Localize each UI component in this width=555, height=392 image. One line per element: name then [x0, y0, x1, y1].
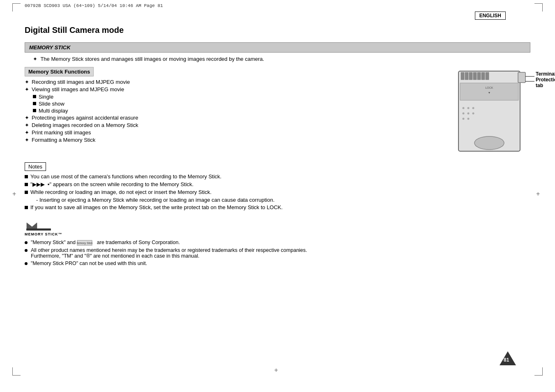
- trademark-text-1: "Memory Stick" and Memory Stick are trad…: [31, 240, 180, 246]
- marker-5: ✦: [25, 129, 29, 136]
- intro-text: ✦ The Memory Stick stores and manages st…: [33, 56, 530, 62]
- section-header: MEMORY STICK: [25, 42, 530, 53]
- note-bullet-1: [25, 175, 28, 178]
- page-title: Digital Still Camera mode: [25, 25, 530, 37]
- function-text-6: Formatting a Memory Stick: [32, 137, 95, 143]
- sub-item-slideshow: Slide show: [33, 101, 446, 107]
- trademark-item-1: "Memory Stick" and Memory Stick are trad…: [25, 240, 530, 246]
- note-item-4: If you want to save all images on the Me…: [25, 204, 530, 210]
- language-badge: ENGLISH: [475, 12, 506, 20]
- function-item-3: ✦ Protecting images against accidental e…: [25, 115, 446, 121]
- memory-stick-svg: LOCK ▼: [454, 69, 555, 155]
- note-bullet-3: [25, 191, 28, 194]
- note-item-3: While recording or loading an image, do …: [25, 189, 530, 195]
- page-number-triangle-shape: 81: [500, 351, 516, 365]
- marker-4: ✦: [25, 122, 29, 128]
- page-number-area: 81: [500, 351, 516, 365]
- trademark-list: "Memory Stick" and Memory Stick are trad…: [25, 240, 530, 266]
- sub-item-multidisplay: Multi display: [33, 108, 446, 114]
- note-text-2: "▶▶▶ ▪" appears on the screen while reco…: [30, 181, 193, 187]
- svg-rect-6: [481, 72, 485, 80]
- svg-point-12: [463, 107, 465, 109]
- svg-point-15: [463, 113, 465, 115]
- trademark-text-2: All other product names mentioned herein…: [31, 247, 307, 259]
- function-list: ✦ Recording still images and MJPEG movie…: [25, 79, 446, 143]
- header-bar: 00792B SCD903 USA (64~109) 5/14/04 10:46…: [0, 0, 555, 21]
- function-text-4: Deleting images recorded on a Memory Sti…: [32, 122, 138, 128]
- note-text-3: While recording or loading an image, do …: [30, 189, 212, 195]
- svg-point-14: [472, 107, 474, 109]
- corner-mark-tr: [534, 3, 543, 12]
- bullet-single: [33, 95, 36, 98]
- marker-2: ✦: [25, 86, 29, 92]
- svg-point-19: [467, 118, 470, 120]
- page-number: 81: [504, 357, 509, 363]
- svg-point-13: [467, 107, 470, 109]
- sub-item-single: Single: [33, 94, 446, 100]
- sub-text-single: Single: [39, 94, 53, 100]
- marker-3: ✦: [25, 115, 29, 121]
- functions-column: Memory Stick Functions ✦ Recording still…: [25, 67, 446, 144]
- svg-rect-2: [465, 72, 468, 80]
- intro-content: The Memory Stick stores and manages stil…: [40, 56, 264, 62]
- note-item-1: You can use most of the camera's functio…: [25, 173, 530, 180]
- page-container: 00792B SCD903 USA (64~109) 5/14/04 10:46…: [0, 0, 555, 392]
- svg-point-16: [467, 113, 470, 115]
- crosshair-left: [12, 192, 20, 200]
- logo-section: MEMORY STICK™ "Memory Stick" and Memory …: [25, 218, 530, 266]
- note-bullet-2: [25, 183, 28, 186]
- function-text-1: Recording still images and MJPEG movie: [32, 79, 130, 85]
- trademark-bullet-3: [25, 262, 28, 265]
- diagram-column: LOCK ▼: [454, 67, 530, 157]
- svg-rect-8: [518, 72, 525, 83]
- trademark-bullet-1: [25, 241, 28, 244]
- svg-rect-3: [469, 72, 472, 80]
- svg-rect-5: [477, 72, 481, 80]
- subsection-title: Memory Stick Functions: [25, 67, 94, 76]
- memory-stick-logo-svg: [25, 218, 51, 231]
- crossmark-intro: ✦: [33, 56, 37, 62]
- trademark-logo-inline: Memory Stick: [77, 240, 92, 246]
- function-item-5: ✦ Print marking still images: [25, 129, 446, 136]
- svg-text:Memory Stick: Memory Stick: [77, 242, 92, 245]
- corner-mark-br: [534, 367, 543, 376]
- page-info: 00792B SCD903 USA (64~109) 5/14/04 10:46…: [25, 3, 163, 8]
- notes-label: Notes: [25, 162, 46, 171]
- sub-text-multidisplay: Multi display: [39, 108, 68, 114]
- function-item-2: ✦ Viewing still images and MJPEG movie: [25, 86, 446, 92]
- note-indent-3: - Inserting or ejecting a Memory Stick w…: [36, 197, 530, 203]
- trademark-item-3: "Memory Stick PRO" can not be used with …: [25, 261, 530, 266]
- svg-rect-1: [461, 72, 464, 80]
- trademark-item-2: All other product names mentioned herein…: [25, 247, 530, 259]
- bullet-multidisplay: [33, 109, 36, 112]
- crosshair-right: [535, 192, 543, 200]
- svg-text:Protection: Protection: [536, 77, 555, 83]
- svg-text:tab: tab: [536, 83, 543, 88]
- content-area: Digital Still Camera mode MEMORY STICK ✦…: [0, 21, 555, 276]
- svg-text:LOCK: LOCK: [485, 86, 493, 89]
- function-item-6: ✦ Formatting a Memory Stick: [25, 137, 446, 143]
- corner-mark-bl: [12, 367, 21, 376]
- sub-list-viewing: Single Slide show Multi display: [25, 94, 446, 114]
- marker-6: ✦: [25, 137, 29, 143]
- marker-1: ✦: [25, 79, 29, 85]
- svg-rect-26: [26, 228, 51, 231]
- ms-logo-text: MEMORY STICK™: [25, 232, 530, 236]
- note-text-1: You can use most of the camera's functio…: [30, 173, 221, 180]
- function-item-1: ✦ Recording still images and MJPEG movie: [25, 79, 446, 85]
- sub-text-slideshow: Slide show: [39, 101, 64, 107]
- function-text-2: Viewing still images and MJPEG movie: [32, 86, 124, 92]
- note-item-2: "▶▶▶ ▪" appears on the screen while reco…: [25, 181, 530, 187]
- svg-text:Terminal: Terminal: [536, 71, 555, 77]
- note-bullet-4: [25, 206, 28, 209]
- note-text-4: If you want to save all images on the Me…: [30, 204, 283, 210]
- svg-rect-7: [486, 72, 489, 80]
- diagram-wrapper: LOCK ▼: [454, 69, 555, 157]
- corner-mark-tl: [12, 3, 21, 12]
- function-item-4: ✦ Deleting images recorded on a Memory S…: [25, 122, 446, 128]
- crosshair-bottom: [274, 368, 282, 376]
- svg-point-18: [463, 118, 465, 120]
- function-text-3: Protecting images against accidental era…: [32, 115, 138, 121]
- svg-point-20: [474, 136, 504, 150]
- svg-rect-4: [473, 72, 477, 80]
